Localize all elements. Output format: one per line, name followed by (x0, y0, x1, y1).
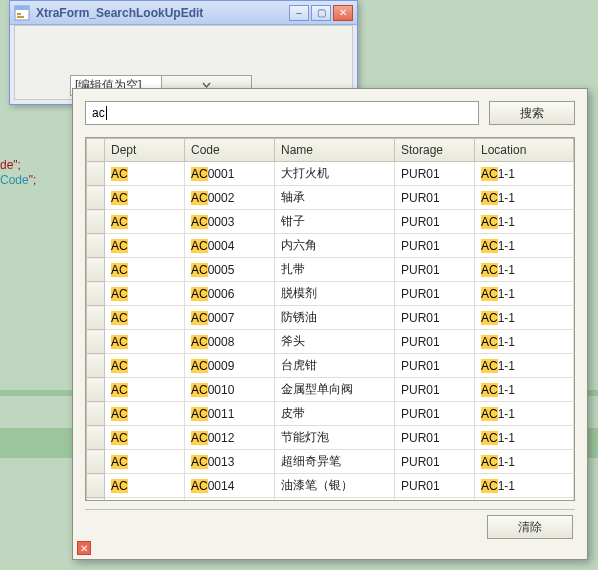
maximize-button[interactable]: ▢ (311, 5, 331, 21)
cell-dept: AC (105, 474, 185, 498)
cell-code: AC0009 (185, 354, 275, 378)
cell-code: AC0010 (185, 378, 275, 402)
cell-storage: PUR01 (395, 162, 475, 186)
cell-location: AC1-1 (475, 402, 574, 426)
row-indicator (87, 426, 105, 450)
close-button[interactable]: ✕ (333, 5, 353, 21)
cell-name: 超细奇异笔 (275, 450, 395, 474)
table-row[interactable]: ACAC0004内六角PUR01AC1-1 (87, 234, 574, 258)
table-row[interactable]: ACAC0010金属型单向阀PUR01AC1-1 (87, 378, 574, 402)
cell-storage: PUR01 (395, 378, 475, 402)
cell-name: 大打火机 (275, 162, 395, 186)
row-indicator (87, 234, 105, 258)
table-row[interactable]: ACAC0009台虎钳PUR01AC1-1 (87, 354, 574, 378)
cell-code: AC0012 (185, 426, 275, 450)
col-location[interactable]: Location (475, 139, 574, 162)
cell-location: AC1-1 (475, 498, 574, 501)
cell-name: 节能灯泡 (275, 426, 395, 450)
cell-storage: PUR01 (395, 210, 475, 234)
cell-name: 钳子 (275, 210, 395, 234)
cell-dept: AC (105, 234, 185, 258)
cell-code: AC0015 (185, 498, 275, 501)
cell-dept: AC (105, 402, 185, 426)
cell-code: AC0006 (185, 282, 275, 306)
cell-dept: AC (105, 210, 185, 234)
row-indicator (87, 354, 105, 378)
cell-name: 油漆笔（银） (275, 474, 395, 498)
cell-code: AC0007 (185, 306, 275, 330)
col-storage[interactable]: Storage (395, 139, 475, 162)
cell-dept: AC (105, 186, 185, 210)
search-button[interactable]: 搜索 (489, 101, 575, 125)
cell-code: AC0002 (185, 186, 275, 210)
cell-code: AC0013 (185, 450, 275, 474)
cell-name: 油漆笔（黑） (275, 498, 395, 501)
titlebar[interactable]: XtraForm_SearchLookUpEdit – ▢ ✕ (10, 1, 357, 25)
table-row[interactable]: ACAC0008斧头PUR01AC1-1 (87, 330, 574, 354)
cell-name: 金属型单向阀 (275, 378, 395, 402)
cell-dept: AC (105, 498, 185, 501)
table-row[interactable]: ACAC0007防锈油PUR01AC1-1 (87, 306, 574, 330)
table-row[interactable]: ACAC0001大打火机PUR01AC1-1 (87, 162, 574, 186)
cell-storage: PUR01 (395, 234, 475, 258)
cell-dept: AC (105, 354, 185, 378)
minimize-button[interactable]: – (289, 5, 309, 21)
cell-storage: PUR01 (395, 354, 475, 378)
row-indicator (87, 330, 105, 354)
table-row[interactable]: ACAC0012节能灯泡PUR01AC1-1 (87, 426, 574, 450)
cell-code: AC0011 (185, 402, 275, 426)
row-indicator (87, 402, 105, 426)
code-fragment: de"; (0, 158, 21, 172)
cell-name: 扎带 (275, 258, 395, 282)
cell-code: AC0003 (185, 210, 275, 234)
cell-storage: PUR01 (395, 330, 475, 354)
cell-storage: PUR01 (395, 282, 475, 306)
grid-scroll[interactable]: Dept Code Name Storage Location ACAC0001… (86, 138, 574, 500)
table-row[interactable]: ACAC0006脱模剂PUR01AC1-1 (87, 282, 574, 306)
table-row[interactable]: ACAC0002轴承PUR01AC1-1 (87, 186, 574, 210)
cell-location: AC1-1 (475, 354, 574, 378)
col-dept[interactable]: Dept (105, 139, 185, 162)
cell-storage: PUR01 (395, 186, 475, 210)
window-title: XtraForm_SearchLookUpEdit (36, 6, 287, 20)
size-grip[interactable]: ✕ (77, 541, 91, 555)
row-indicator (87, 474, 105, 498)
cell-code: AC0005 (185, 258, 275, 282)
svg-rect-1 (15, 6, 29, 10)
cell-dept: AC (105, 450, 185, 474)
table-row[interactable]: ACAC0011皮带PUR01AC1-1 (87, 402, 574, 426)
popup-footer: 清除 ✕ (73, 509, 587, 559)
cell-name: 内六角 (275, 234, 395, 258)
app-icon (14, 5, 30, 21)
table-row[interactable]: ACAC0014油漆笔（银）PUR01AC1-1 (87, 474, 574, 498)
svg-rect-2 (17, 13, 21, 15)
table-row[interactable]: ACAC0003钳子PUR01AC1-1 (87, 210, 574, 234)
clear-button[interactable]: 清除 (487, 515, 573, 539)
results-grid[interactable]: Dept Code Name Storage Location ACAC0001… (85, 137, 575, 501)
col-name[interactable]: Name (275, 139, 395, 162)
row-indicator (87, 450, 105, 474)
table-row[interactable]: ACAC0005扎带PUR01AC1-1 (87, 258, 574, 282)
svg-rect-3 (17, 16, 24, 18)
cell-location: AC1-1 (475, 162, 574, 186)
row-indicator (87, 282, 105, 306)
col-code[interactable]: Code (185, 139, 275, 162)
row-indicator-header (87, 139, 105, 162)
code-fragment: Code"; (0, 173, 36, 187)
cell-storage: PUR01 (395, 498, 475, 501)
cell-storage: PUR01 (395, 402, 475, 426)
row-indicator (87, 210, 105, 234)
cell-name: 脱模剂 (275, 282, 395, 306)
cell-storage: PUR01 (395, 306, 475, 330)
search-input[interactable]: ac (85, 101, 479, 125)
table-row[interactable]: ACAC0015油漆笔（黑）PUR01AC1-1 (87, 498, 574, 501)
table-row[interactable]: ACAC0013超细奇异笔PUR01AC1-1 (87, 450, 574, 474)
cell-code: AC0008 (185, 330, 275, 354)
cell-code: AC0014 (185, 474, 275, 498)
cell-storage: PUR01 (395, 450, 475, 474)
cell-location: AC1-1 (475, 186, 574, 210)
cell-code: AC0004 (185, 234, 275, 258)
cell-location: AC1-1 (475, 258, 574, 282)
row-indicator (87, 258, 105, 282)
cell-location: AC1-1 (475, 330, 574, 354)
